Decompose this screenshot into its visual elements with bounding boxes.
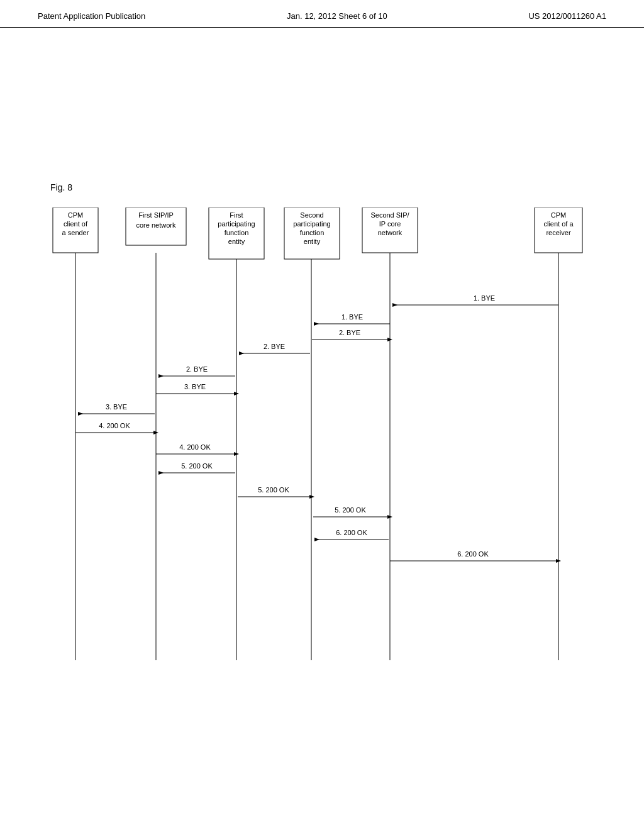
svg-text:4. 200 OK: 4. 200 OK xyxy=(179,443,211,451)
svg-text:5. 200 OK: 5. 200 OK xyxy=(258,486,289,494)
svg-text:6. 200 OK: 6. 200 OK xyxy=(336,529,367,536)
header-right: US 2012/0011260 A1 xyxy=(528,11,606,21)
svg-text:First SIP/IP: First SIP/IP xyxy=(138,211,174,219)
header-center: Jan. 12, 2012 Sheet 6 of 10 xyxy=(287,11,387,21)
svg-text:entity: entity xyxy=(228,238,245,245)
svg-text:receiver: receiver xyxy=(546,229,570,236)
svg-text:5. 200 OK: 5. 200 OK xyxy=(181,462,213,470)
header-left: Patent Application Publication xyxy=(38,11,145,21)
svg-text:client of a: client of a xyxy=(543,220,574,228)
svg-text:1. BYE: 1. BYE xyxy=(474,294,495,302)
svg-text:CPM: CPM xyxy=(551,211,566,219)
svg-text:function: function xyxy=(300,229,325,236)
svg-text:participating: participating xyxy=(293,220,330,228)
svg-text:entity: entity xyxy=(304,238,321,245)
svg-text:First: First xyxy=(230,211,243,219)
svg-text:2. BYE: 2. BYE xyxy=(264,343,285,350)
svg-text:IP core: IP core xyxy=(379,220,401,228)
svg-text:6. 200 OK: 6. 200 OK xyxy=(457,550,489,558)
svg-text:a sender: a sender xyxy=(62,229,89,236)
svg-text:participating: participating xyxy=(218,220,255,228)
svg-text:network: network xyxy=(378,229,402,236)
svg-text:Second SIP/: Second SIP/ xyxy=(370,211,409,219)
svg-text:1. BYE: 1. BYE xyxy=(341,313,363,321)
svg-text:4. 200 OK: 4. 200 OK xyxy=(99,422,130,429)
svg-text:3. BYE: 3. BYE xyxy=(184,383,206,390)
svg-text:5. 200 OK: 5. 200 OK xyxy=(335,506,366,514)
svg-text:2. BYE: 2. BYE xyxy=(186,365,208,373)
figure-label: Fig. 8 xyxy=(50,182,72,192)
svg-text:3. BYE: 3. BYE xyxy=(106,403,127,411)
page-header: Patent Application Publication Jan. 12, … xyxy=(0,0,644,28)
svg-text:client of: client of xyxy=(64,220,88,228)
svg-text:CPM: CPM xyxy=(68,211,83,219)
sequence-diagram: CPM client of a sender First SIP/IP core… xyxy=(50,208,591,698)
svg-text:core network: core network xyxy=(136,221,176,229)
diagram-container: CPM client of a sender First SIP/IP core… xyxy=(50,208,597,698)
svg-text:function: function xyxy=(225,229,249,236)
svg-text:Second: Second xyxy=(300,211,323,219)
svg-text:2. BYE: 2. BYE xyxy=(339,329,360,336)
